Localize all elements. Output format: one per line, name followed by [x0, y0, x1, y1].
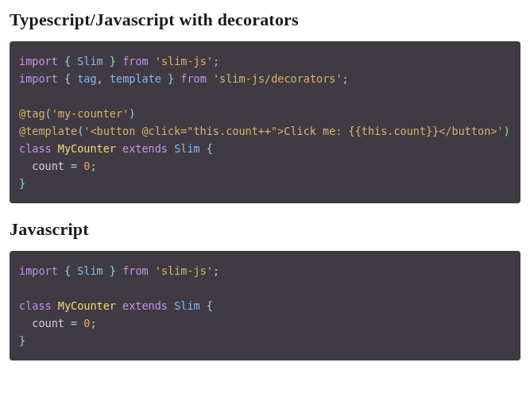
code-token: MyCounter [58, 299, 116, 312]
code-token: template [110, 72, 161, 85]
code-token [207, 72, 213, 85]
code-token: Slim [77, 55, 103, 67]
code-token: 'my-counter' [52, 107, 130, 120]
code-token [52, 299, 58, 312]
code-token [149, 264, 155, 277]
code-token: { [207, 299, 213, 312]
code-line: class MyCounter extends Slim { [19, 297, 511, 314]
code-token: ) [129, 107, 135, 120]
code-token [161, 72, 168, 85]
code-token: from [122, 264, 149, 277]
code-token: extends [122, 299, 168, 312]
code-token [103, 264, 110, 277]
code-token: ="this.count++">Click me: {{this.count}}… [180, 125, 503, 137]
code-token: ; [213, 264, 219, 277]
code-token [103, 55, 110, 67]
code-token: { [64, 264, 71, 277]
code-token [200, 299, 207, 312]
code-token: { [207, 142, 213, 155]
code-token: class [19, 142, 52, 155]
code-line [19, 279, 511, 297]
code-token: count [19, 160, 71, 172]
code-token: count [19, 317, 71, 329]
section-heading-ts: Typescript/Javascript with decorators [10, 10, 520, 30]
code-token [58, 264, 64, 277]
code-token: = [71, 160, 77, 172]
code-token [116, 264, 122, 277]
code-token [116, 299, 122, 312]
code-token: ; [213, 55, 219, 67]
code-token [200, 142, 207, 155]
code-token: { [64, 55, 71, 67]
code-line: import { tag, template } from 'slim-js/d… [19, 70, 511, 87]
code-token: import [19, 55, 58, 67]
code-token: from [122, 55, 149, 67]
code-line: @template('<button @click="this.count++"… [19, 122, 511, 140]
code-token: 'slim-js' [155, 264, 213, 277]
code-token: Slim [174, 299, 200, 312]
code-token: , [97, 72, 103, 85]
code-token: 'slim-js' [155, 55, 213, 67]
code-token [149, 55, 155, 67]
code-token: @click [141, 125, 180, 137]
code-token: Slim [77, 264, 103, 277]
code-token: } [19, 177, 25, 190]
code-token: @template [19, 125, 77, 137]
code-token: import [19, 264, 58, 277]
code-line: count = 0; [19, 314, 511, 332]
code-block-ts: import { Slim } from 'slim-js';import { … [10, 41, 520, 203]
code-token: } [110, 264, 116, 277]
code-token: MyCounter [58, 142, 116, 155]
code-token: ; [342, 72, 349, 85]
code-line: } [19, 332, 511, 349]
code-token [168, 299, 174, 312]
code-line: } [19, 175, 511, 192]
code-token [71, 72, 77, 85]
code-block-js: import { Slim } from 'slim-js'; class My… [10, 251, 520, 360]
code-token [116, 142, 122, 155]
code-line: import { Slim } from 'slim-js'; [19, 52, 511, 70]
code-line: count = 0; [19, 157, 511, 175]
code-line: @tag('my-counter') [19, 105, 511, 122]
code-token [116, 55, 122, 67]
code-token [52, 142, 58, 155]
code-line: class MyCounter extends Slim { [19, 140, 511, 157]
code-token: '<button [83, 125, 141, 137]
code-token [103, 72, 110, 85]
code-token: ; [90, 317, 96, 329]
code-token: = [71, 317, 77, 329]
code-token [71, 264, 77, 277]
code-token: import [19, 72, 58, 85]
code-line: import { Slim } from 'slim-js'; [19, 262, 511, 279]
code-token: ( [45, 107, 52, 120]
code-token [58, 72, 64, 85]
code-token: class [19, 299, 52, 312]
code-token [168, 142, 174, 155]
code-token: } [19, 334, 25, 347]
code-token [71, 55, 77, 67]
code-token: } [168, 72, 174, 85]
code-token: tag [77, 72, 96, 85]
code-token: @tag [19, 107, 45, 120]
code-token: } [110, 55, 116, 67]
code-token: extends [122, 142, 168, 155]
code-token: from [180, 72, 207, 85]
code-token [58, 55, 64, 67]
code-token: Slim [174, 142, 200, 155]
code-token: { [64, 72, 71, 85]
section-heading-js: Javascript [10, 219, 520, 240]
code-token: ) [504, 125, 510, 137]
code-token: ; [90, 160, 96, 172]
code-line [19, 87, 511, 105]
code-token: 'slim-js/decorators' [213, 72, 342, 85]
